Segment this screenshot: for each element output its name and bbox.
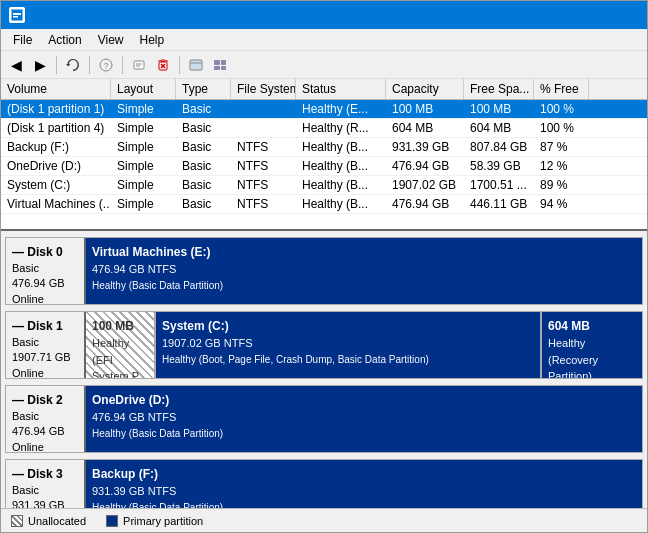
menu-bar: File Action View Help xyxy=(1,29,647,51)
table-cell xyxy=(231,100,296,118)
col-header-capacity[interactable]: Capacity xyxy=(386,79,464,99)
toolbar-separator-3 xyxy=(122,56,123,74)
table-cell: Simple xyxy=(111,119,176,137)
svg-rect-16 xyxy=(221,60,226,65)
menu-view[interactable]: View xyxy=(90,31,132,49)
menu-file[interactable]: File xyxy=(5,31,40,49)
help-button[interactable]: ? xyxy=(95,54,117,76)
col-header-status[interactable]: Status xyxy=(296,79,386,99)
disk-partition[interactable]: Backup (F:)931.39 GB NTFSHealthy (Basic … xyxy=(86,460,642,508)
disk-partition[interactable]: 100 MBHealthy (EFI System P xyxy=(86,312,156,378)
menu-action[interactable]: Action xyxy=(40,31,89,49)
table-cell: Simple xyxy=(111,176,176,194)
svg-rect-18 xyxy=(221,66,226,70)
partition-title: Backup (F:) xyxy=(92,465,636,483)
svg-rect-17 xyxy=(214,66,220,70)
table-cell: Basic xyxy=(176,157,231,175)
table-cell: Virtual Machines (... xyxy=(1,195,111,213)
partition-size: Healthy (Recovery Partition) xyxy=(548,335,636,378)
table-body: (Disk 1 partition 1)SimpleBasicHealthy (… xyxy=(1,100,647,228)
table-cell: 1700.51 ... xyxy=(464,176,534,194)
table-cell: Backup (F:) xyxy=(1,138,111,156)
table-cell: Simple xyxy=(111,195,176,213)
table-cell: 89 % xyxy=(534,176,589,194)
col-header-freepct[interactable]: % Free xyxy=(534,79,589,99)
partition-title: 604 MB xyxy=(548,317,636,335)
table-cell: Healthy (B... xyxy=(296,157,386,175)
close-button[interactable] xyxy=(593,1,639,29)
col-header-type[interactable]: Type xyxy=(176,79,231,99)
col-header-volume[interactable]: Volume xyxy=(1,79,111,99)
partition-status: Healthy (Basic Data Partition) xyxy=(92,426,636,441)
disk-row: — Disk 3Basic931.39 GBOnlineBackup (F:)9… xyxy=(5,459,643,508)
table-cell: 94 % xyxy=(534,195,589,213)
table-cell: (Disk 1 partition 4) xyxy=(1,119,111,137)
col-header-fs[interactable]: File System xyxy=(231,79,296,99)
table-cell: Basic xyxy=(176,195,231,213)
table-row[interactable]: (Disk 1 partition 1)SimpleBasicHealthy (… xyxy=(1,100,647,119)
table-cell: 58.39 GB xyxy=(464,157,534,175)
table-cell: Simple xyxy=(111,100,176,118)
settings-button[interactable] xyxy=(185,54,207,76)
disk-partition[interactable]: System (C:)1907.02 GB NTFSHealthy (Boot,… xyxy=(156,312,542,378)
legend-primary-label: Primary partition xyxy=(123,515,203,527)
properties-button[interactable] xyxy=(128,54,150,76)
partition-size: 931.39 GB NTFS xyxy=(92,483,636,500)
disk-partitions: 100 MBHealthy (EFI System PSystem (C:)19… xyxy=(86,312,642,378)
table-cell: (Disk 1 partition 1) xyxy=(1,100,111,118)
disk-label: — Disk 1Basic1907.71 GBOnline xyxy=(6,312,86,378)
disk-partitions: OneDrive (D:)476.94 GB NTFSHealthy (Basi… xyxy=(86,386,642,452)
table-cell: Healthy (B... xyxy=(296,176,386,194)
partition-status: Healthy (Basic Data Partition) xyxy=(92,278,636,293)
forward-button[interactable]: ▶ xyxy=(29,54,51,76)
svg-text:?: ? xyxy=(103,61,108,71)
table-cell: NTFS xyxy=(231,195,296,213)
disk-partition[interactable]: 604 MBHealthy (Recovery Partition) xyxy=(542,312,642,378)
partition-size: 476.94 GB NTFS xyxy=(92,261,636,278)
svg-rect-13 xyxy=(190,60,202,70)
app-icon xyxy=(9,7,25,23)
disk-partition[interactable]: Virtual Machines (E:)476.94 GB NTFSHealt… xyxy=(86,238,642,304)
table-cell: 446.11 GB xyxy=(464,195,534,213)
minimize-button[interactable] xyxy=(501,1,547,29)
expand-button[interactable] xyxy=(209,54,231,76)
table-row[interactable]: Virtual Machines (...SimpleBasicNTFSHeal… xyxy=(1,195,647,214)
svg-rect-2 xyxy=(13,16,18,18)
main-window: File Action View Help ◀ ▶ ? xyxy=(0,0,648,533)
legend-primary: Primary partition xyxy=(106,515,203,527)
table-cell: 100 MB xyxy=(386,100,464,118)
refresh-button[interactable] xyxy=(62,54,84,76)
table-cell: NTFS xyxy=(231,176,296,194)
table-row[interactable]: System (C:)SimpleBasicNTFSHealthy (B...1… xyxy=(1,176,647,195)
table-cell: Simple xyxy=(111,157,176,175)
partition-status: Healthy (Basic Data Partition) xyxy=(92,500,636,509)
menu-help[interactable]: Help xyxy=(132,31,173,49)
disk-visual-area: — Disk 0Basic476.94 GBOnlineVirtual Mach… xyxy=(1,231,647,508)
table-cell: 100 MB xyxy=(464,100,534,118)
disk-partitions: Backup (F:)931.39 GB NTFSHealthy (Basic … xyxy=(86,460,642,508)
toolbar: ◀ ▶ ? xyxy=(1,51,647,79)
back-button[interactable]: ◀ xyxy=(5,54,27,76)
col-header-freespace[interactable]: Free Spa... xyxy=(464,79,534,99)
table-row[interactable]: OneDrive (D:)SimpleBasicNTFSHealthy (B..… xyxy=(1,157,647,176)
delete-button[interactable] xyxy=(152,54,174,76)
table-row[interactable]: Backup (F:)SimpleBasicNTFSHealthy (B...9… xyxy=(1,138,647,157)
partition-size: 1907.02 GB NTFS xyxy=(162,335,534,352)
table-cell: Healthy (B... xyxy=(296,195,386,213)
table-row[interactable]: (Disk 1 partition 4)SimpleBasicHealthy (… xyxy=(1,119,647,138)
table-cell: Basic xyxy=(176,138,231,156)
maximize-button[interactable] xyxy=(547,1,593,29)
table-cell: Simple xyxy=(111,138,176,156)
table-cell: 1907.02 GB xyxy=(386,176,464,194)
disk-label: — Disk 0Basic476.94 GBOnline xyxy=(6,238,86,304)
table-cell: Basic xyxy=(176,119,231,137)
toolbar-separator-1 xyxy=(56,56,57,74)
disk-partition[interactable]: OneDrive (D:)476.94 GB NTFSHealthy (Basi… xyxy=(86,386,642,452)
table-cell: NTFS xyxy=(231,138,296,156)
legend-unallocated-label: Unallocated xyxy=(28,515,86,527)
disk-partitions: Virtual Machines (E:)476.94 GB NTFSHealt… xyxy=(86,238,642,304)
svg-rect-12 xyxy=(161,60,165,62)
partition-status: Healthy (Boot, Page File, Crash Dump, Ba… xyxy=(162,352,534,367)
col-header-layout[interactable]: Layout xyxy=(111,79,176,99)
partition-title: System (C:) xyxy=(162,317,534,335)
